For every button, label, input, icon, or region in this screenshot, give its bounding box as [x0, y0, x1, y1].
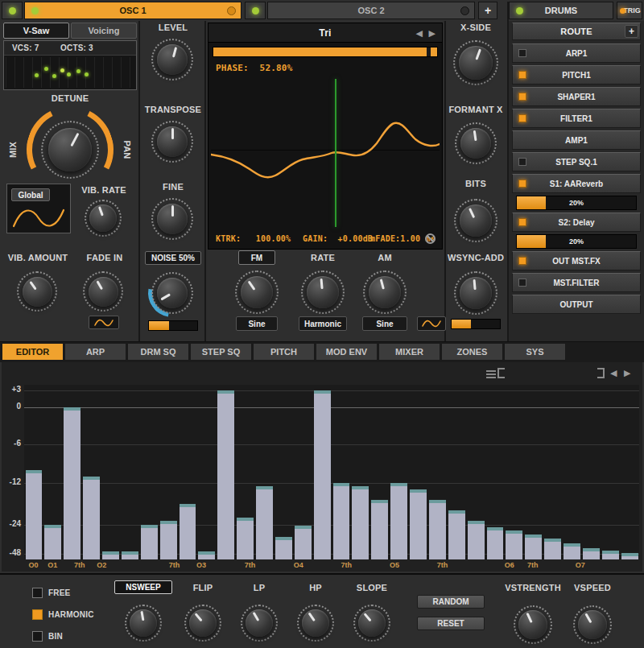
wsync-knob[interactable] — [454, 271, 497, 315]
tab-osc1[interactable]: OSC 1 — [24, 2, 242, 19]
bits-knob[interactable] — [454, 199, 497, 242]
rate-mode-button[interactable]: Harmonic — [299, 316, 347, 331]
detune-knob[interactable] — [41, 121, 99, 179]
noise-chip[interactable]: NOISE 50% — [145, 251, 201, 265]
route-item-filter1[interactable]: FILTER1 — [512, 109, 641, 128]
route-item-output[interactable]: OUTPUT — [512, 295, 641, 314]
wave-next-icon[interactable]: ▶ — [429, 28, 436, 39]
route-led[interactable] — [518, 71, 526, 79]
harmonic-bar[interactable] — [410, 489, 427, 559]
harmonic-bar[interactable] — [468, 521, 485, 559]
editor-next-icon[interactable]: ▶ — [624, 368, 630, 378]
route-item-arp1[interactable]: ARP1 — [512, 43, 641, 63]
tab-step-sq[interactable]: STEP SQ — [190, 343, 252, 361]
harmonic-bar[interactable] — [544, 539, 561, 559]
harmonic-bar[interactable] — [198, 551, 215, 559]
reset-button[interactable]: RESET — [417, 617, 485, 630]
harmonic-bar[interactable] — [314, 390, 331, 559]
formantx-knob[interactable] — [455, 122, 497, 164]
route-item-mst-filter[interactable]: MST.FILTER — [512, 273, 641, 292]
tab-arp[interactable]: ARP — [64, 343, 126, 361]
noise-amount-slider[interactable] — [148, 320, 198, 331]
route-item-s1-aareverb[interactable]: S1: AAReverb — [512, 174, 641, 193]
fm-button[interactable]: FM — [238, 250, 275, 265]
harmonic-bar[interactable] — [506, 530, 522, 559]
harmonic-bar[interactable] — [602, 551, 619, 559]
noise-knob[interactable] — [151, 272, 193, 314]
global-button[interactable]: Global — [11, 188, 50, 201]
harmonic-bar[interactable] — [64, 407, 80, 559]
route-led[interactable] — [518, 114, 526, 122]
harmonic-bar[interactable] — [141, 525, 158, 559]
transpose-knob[interactable] — [151, 121, 193, 163]
harmonic-bar[interactable] — [564, 543, 580, 559]
route-led[interactable] — [518, 218, 526, 226]
grid-icon[interactable] — [486, 370, 496, 378]
vstrength-knob[interactable] — [514, 605, 552, 644]
harmonic-bar[interactable] — [371, 500, 388, 559]
slope-knob[interactable] — [353, 605, 390, 642]
random-button[interactable]: RANDOM — [417, 595, 485, 609]
am-shape-button[interactable]: Sine — [362, 316, 407, 331]
tab-drm-sq[interactable]: DRM SQ — [127, 343, 189, 361]
harmonic-bar[interactable] — [448, 510, 465, 559]
nsweep-button[interactable]: NSWEEP — [114, 580, 172, 594]
harmonic-bar[interactable] — [275, 537, 292, 559]
fm-knob[interactable] — [235, 270, 279, 314]
harmonic-bar[interactable] — [217, 390, 234, 559]
route-item-step-sq-1[interactable]: STEP SQ.1 — [512, 152, 641, 171]
flip-knob[interactable] — [184, 605, 221, 642]
harmonic-bar[interactable] — [256, 486, 273, 559]
harmonic-bar[interactable] — [525, 534, 542, 559]
tab-zones[interactable]: ZONES — [441, 343, 503, 361]
am-knob[interactable] — [363, 270, 407, 314]
phase-slider[interactable] — [213, 47, 438, 57]
tab-mixer[interactable]: MIXER — [378, 343, 440, 361]
harmonic-bar[interactable] — [621, 553, 638, 559]
harmonic-bar[interactable] — [429, 500, 446, 559]
route-led[interactable] — [518, 93, 526, 101]
tab-vsaw[interactable]: V-Saw — [3, 23, 69, 39]
harmonic-bars-chart[interactable] — [24, 385, 639, 559]
tab-drums[interactable]: DRUMS — [509, 2, 613, 19]
add-osc-button[interactable]: + — [478, 2, 497, 19]
lfo-shape-button[interactable] — [417, 316, 446, 331]
tab-voicing[interactable]: Voicing — [71, 23, 137, 39]
harmonic-bar[interactable] — [352, 486, 369, 559]
harmonic-bar[interactable] — [180, 504, 196, 559]
rate-knob[interactable] — [301, 270, 345, 314]
route-led[interactable] — [518, 158, 526, 166]
harmonic-bar[interactable] — [487, 527, 504, 559]
route-led[interactable] — [518, 49, 526, 57]
fade-in-knob[interactable] — [83, 271, 123, 312]
tab-osc2[interactable]: OSC 2 — [267, 2, 475, 19]
harmonic-bar[interactable] — [583, 548, 600, 559]
fm-shape-button[interactable]: Sine — [236, 316, 278, 331]
vspeed-knob[interactable] — [573, 605, 612, 644]
harmonic-bar[interactable] — [26, 470, 43, 559]
route-fx-amount-slider[interactable]: 20% — [516, 234, 637, 249]
harmonic-bar[interactable] — [390, 483, 407, 559]
fade-shape-button[interactable] — [89, 316, 119, 329]
harmonic-bar[interactable] — [83, 477, 100, 559]
harmonic-bar[interactable] — [237, 518, 254, 559]
tab-mod-env[interactable]: MOD ENV — [316, 343, 378, 361]
no-sign-icon[interactable] — [425, 233, 436, 244]
am-amount-slider[interactable] — [451, 319, 501, 329]
route-item-amp1[interactable]: AMP1 — [512, 130, 641, 150]
drums-led[interactable] — [516, 7, 523, 14]
route-led[interactable] — [518, 257, 526, 265]
route-fx-amount-slider[interactable]: 20% — [516, 196, 637, 210]
osc1-led[interactable] — [31, 7, 39, 14]
nsweep-knob[interactable] — [125, 605, 162, 642]
xside-knob[interactable] — [453, 40, 498, 85]
route-item-s2-delay[interactable]: S2: Delay — [512, 213, 641, 232]
wave-prev-icon[interactable]: ◀ — [416, 28, 423, 39]
vib-amount-knob[interactable] — [17, 271, 57, 312]
harmonic-bar[interactable] — [102, 551, 119, 559]
harmonic-bar[interactable] — [333, 483, 350, 559]
harmonic-bar[interactable] — [295, 526, 312, 559]
harmonic-bar[interactable] — [160, 521, 177, 559]
harmonic-bar[interactable] — [122, 551, 138, 559]
tab-pitch[interactable]: PITCH — [253, 343, 315, 361]
